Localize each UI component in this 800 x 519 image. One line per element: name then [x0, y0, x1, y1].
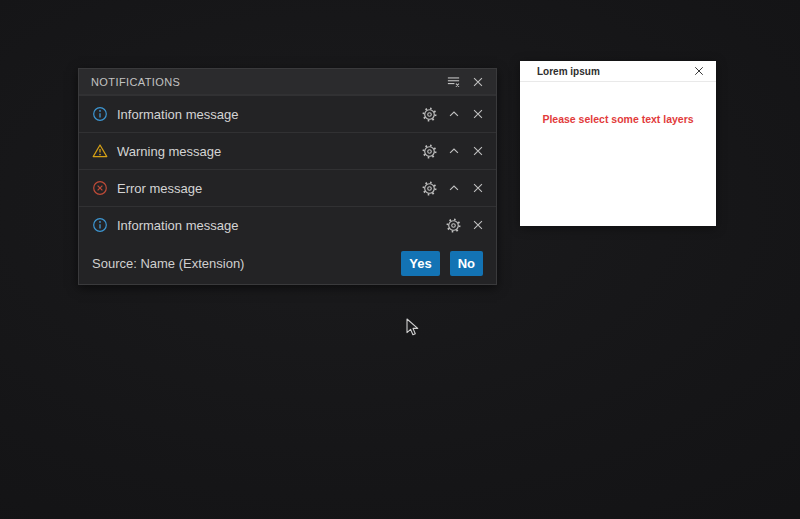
chevron-up-icon[interactable]	[445, 106, 462, 123]
chevron-up-icon[interactable]	[445, 180, 462, 197]
info-icon	[92, 106, 108, 122]
notification-message: Warning message	[117, 144, 221, 159]
notification-source: Source: Name (Extension)	[92, 256, 244, 271]
settings-gear-icon[interactable]	[421, 106, 438, 123]
dialog-close-icon[interactable]	[692, 64, 706, 78]
notifications-panel: NOTIFICATIONS Information me	[78, 68, 497, 285]
notification-message: Information message	[117, 218, 238, 233]
dialog-title: Lorem ipsum	[537, 66, 600, 77]
notification-row[interactable]: Information message	[79, 95, 496, 132]
mouse-cursor-icon	[406, 318, 419, 337]
chevron-up-icon[interactable]	[445, 143, 462, 160]
close-notification-icon[interactable]	[469, 180, 486, 197]
warning-icon	[92, 143, 108, 159]
notification-row[interactable]: Information message	[79, 206, 496, 243]
notification-row[interactable]: Error message	[79, 169, 496, 206]
notifications-header-actions	[445, 73, 486, 90]
yes-button[interactable]: Yes	[401, 251, 439, 276]
notifications-title: NOTIFICATIONS	[91, 76, 180, 88]
close-notification-icon[interactable]	[469, 217, 486, 234]
clear-all-notifications-icon[interactable]	[445, 73, 462, 90]
settings-gear-icon[interactable]	[421, 143, 438, 160]
notification-message: Error message	[117, 181, 202, 196]
settings-gear-icon[interactable]	[445, 217, 462, 234]
error-icon	[92, 180, 108, 196]
dialog-header: Lorem ipsum	[520, 61, 716, 82]
notification-source-row: Source: Name (Extension) Yes No	[79, 243, 496, 284]
close-notifications-icon[interactable]	[469, 73, 486, 90]
no-button[interactable]: No	[450, 251, 483, 276]
notification-row[interactable]: Warning message	[79, 132, 496, 169]
close-notification-icon[interactable]	[469, 143, 486, 160]
settings-gear-icon[interactable]	[421, 180, 438, 197]
lorem-ipsum-dialog: Lorem ipsum Please select some text laye…	[520, 61, 716, 226]
notifications-header: NOTIFICATIONS	[79, 69, 496, 95]
info-icon	[92, 217, 108, 233]
dialog-error-message: Please select some text layers	[542, 113, 693, 125]
close-notification-icon[interactable]	[469, 106, 486, 123]
dialog-body: Please select some text layers	[520, 82, 716, 127]
notification-message: Information message	[117, 107, 238, 122]
